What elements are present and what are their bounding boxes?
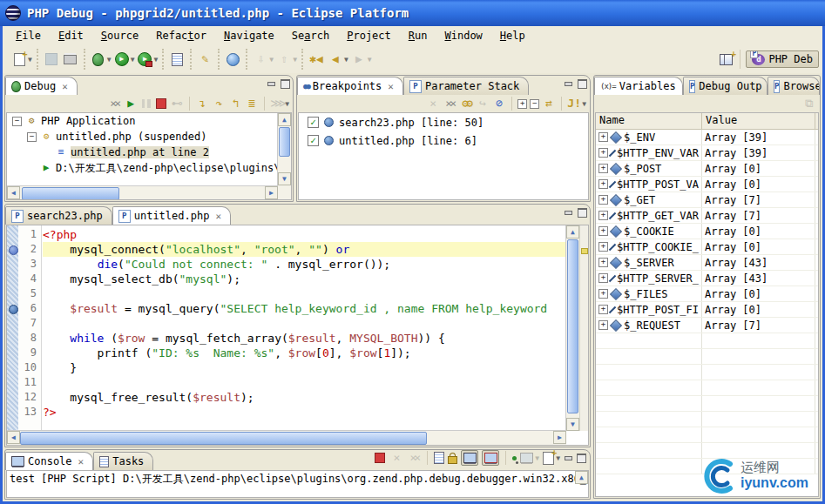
breakpoint-item[interactable]: ✓untitled.php [line: 6] <box>299 131 588 150</box>
debug-minimize-button[interactable] <box>267 79 276 88</box>
breakpoint-checkbox[interactable]: ✓ <box>308 117 319 128</box>
variable-expander-icon[interactable]: + <box>598 273 608 283</box>
tab-console[interactable]: Console ✕ <box>5 452 93 470</box>
code-line[interactable]: mysql_connect("localhost", "root", "") o… <box>43 242 566 257</box>
run-button[interactable]: ▶ <box>113 50 131 69</box>
last-edit-location-button[interactable]: ✱◀ <box>308 50 325 69</box>
open-browser-button[interactable] <box>224 50 241 69</box>
debug-vscroll-thumb[interactable] <box>279 127 290 157</box>
untitled-tab-close-icon[interactable]: ✕ <box>215 211 221 222</box>
title-bar[interactable]: PHP Debug - phpgrid2/untitled.php - Ecli… <box>0 0 825 26</box>
code-editor[interactable]: 12345678910111213 <?php mysql_connect("l… <box>6 225 589 446</box>
code-line[interactable]: mysql_select_db("mysql"); <box>43 272 566 286</box>
step-into-icon[interactable]: ↴ <box>195 97 209 111</box>
variable-expander-icon[interactable]: + <box>598 148 608 158</box>
menu-edit[interactable]: Edit <box>51 28 91 44</box>
variable-expander-icon[interactable]: + <box>598 164 608 173</box>
remove-all-launches-icon[interactable]: ×× <box>407 451 421 465</box>
editor-hscroll-thumb[interactable] <box>20 432 427 445</box>
remove-breakpoint-icon[interactable]: × <box>426 97 440 111</box>
variable-row[interactable]: +$_COOKIEArray [0] <box>596 224 818 239</box>
variable-row[interactable]: +$HTTP_SERVER_Array [43] <box>596 271 818 286</box>
variable-row[interactable]: +$HTTP_POST_VAArray [0] <box>596 177 818 192</box>
search-button[interactable]: ✎ <box>196 50 213 69</box>
pin-console-icon[interactable] <box>512 456 517 460</box>
variable-row[interactable]: +$_ENVArray [39] <box>596 130 818 145</box>
next-annotation-button[interactable]: ⇩ <box>252 50 269 69</box>
terminate-console-icon[interactable] <box>374 449 386 467</box>
suspend-icon[interactable] <box>140 94 152 113</box>
variable-expander-icon[interactable]: + <box>598 179 608 189</box>
editor-minimize-button[interactable] <box>564 208 573 217</box>
new-dropdown-arrow[interactable]: ▼ <box>28 56 32 64</box>
variable-expander-icon[interactable]: + <box>598 211 608 220</box>
display-console-icon[interactable] <box>520 453 533 463</box>
print-button[interactable] <box>62 50 79 69</box>
debug-horizontal-scrollbar[interactable]: ◀▶ <box>7 185 278 199</box>
column-value[interactable]: Value <box>702 113 815 129</box>
editor-maximize-button[interactable] <box>578 208 587 217</box>
tab-browser[interactable]: P Browser <box>768 77 820 95</box>
menu-file[interactable]: File <box>8 28 49 44</box>
resume-icon[interactable]: ▶ <box>124 97 138 111</box>
expand-all-icon[interactable]: + <box>517 99 527 109</box>
variable-expander-icon[interactable]: + <box>598 320 608 330</box>
editor-vscroll-thumb[interactable] <box>567 239 578 413</box>
variable-row[interactable]: +$HTTP_POST_FIArray [0] <box>596 302 818 318</box>
debug-maximize-button[interactable] <box>281 79 290 88</box>
console-tab-close-icon[interactable]: ✕ <box>78 456 85 467</box>
next-annotation-dropdown[interactable]: ▼ <box>269 56 274 64</box>
show-stderr-toggle[interactable] <box>482 450 499 466</box>
menu-search[interactable]: Search <box>284 28 337 44</box>
tree-expander-icon[interactable]: − <box>27 132 37 142</box>
tab-debug[interactable]: Debug ✕ <box>5 77 78 95</box>
collapse-all-icon[interactable]: − <box>530 99 539 109</box>
goto-file-icon[interactable]: ↪ <box>476 97 490 111</box>
external-tools-dropdown-arrow[interactable]: ▼ <box>153 56 158 64</box>
add-exception-breakpoint-icon[interactable]: J! <box>567 97 581 111</box>
scroll-left-arrow[interactable]: ◀ <box>7 431 20 444</box>
menu-help[interactable]: Help <box>492 28 533 44</box>
code-line[interactable]: while ($row = mysql_fetch_array($result,… <box>43 331 566 346</box>
breakpoints-tab-close-icon[interactable]: ✕ <box>388 81 394 92</box>
variable-expander-icon[interactable]: + <box>598 305 608 314</box>
console-minimize-button[interactable] <box>564 454 573 462</box>
open-perspective-button[interactable] <box>717 50 734 69</box>
debug-tree-item[interactable]: −⚙PHP Application <box>7 113 291 129</box>
tab-search23-php[interactable]: P search23.php <box>5 206 112 225</box>
tab-debug-output[interactable]: P Debug Outp <box>683 77 768 95</box>
scroll-lock-icon[interactable] <box>448 456 457 464</box>
code-line[interactable] <box>43 286 566 301</box>
code-line[interactable]: $result = mysql_query("SELECT help_keywo… <box>43 301 566 316</box>
breakpoints-maximize-button[interactable] <box>578 79 587 88</box>
scroll-up-arrow[interactable]: ▲ <box>566 225 579 239</box>
debug-hscroll-thumb[interactable] <box>22 187 119 200</box>
menu-navigate[interactable]: Navigate <box>216 28 282 44</box>
debug-dropdown-arrow[interactable]: ▼ <box>107 56 112 64</box>
code-line[interactable]: <?php <box>43 227 566 242</box>
display-console-dropdown[interactable]: ▼ <box>535 454 539 462</box>
variable-row[interactable]: +$_POSTArray [0] <box>596 161 818 177</box>
variable-row[interactable]: +$HTTP_GET_VARArray [7] <box>596 208 818 224</box>
variable-expander-icon[interactable]: + <box>598 289 608 299</box>
column-name[interactable]: Name <box>596 113 702 129</box>
menu-project[interactable]: Project <box>339 28 399 44</box>
scroll-down-arrow[interactable]: ▼ <box>278 172 291 185</box>
scroll-right-arrow[interactable]: ▶ <box>265 186 278 199</box>
back-dropdown[interactable]: ▼ <box>344 56 348 64</box>
tree-expander-icon[interactable]: − <box>12 117 22 126</box>
show-stdout-toggle[interactable] <box>461 450 478 466</box>
drop-to-frame-icon[interactable]: ≣ <box>245 97 259 111</box>
tab-untitled-php[interactable]: P untitled.php ✕ <box>112 206 231 225</box>
editor-vertical-scrollbar[interactable]: ▲ ▼ <box>565 225 580 431</box>
overview-annotation-mark[interactable] <box>581 248 588 254</box>
scroll-right-arrow[interactable]: ▶ <box>553 431 566 444</box>
tab-breakpoints[interactable]: ●● Breakpoints ✕ <box>297 77 403 95</box>
console-scroll-up-arrow[interactable]: ▲ <box>575 471 588 484</box>
scroll-left-arrow[interactable]: ◀ <box>7 186 20 199</box>
code-area[interactable]: <?php mysql_connect("localhost", "root",… <box>43 225 566 431</box>
save-button[interactable] <box>43 50 60 69</box>
step-filters-icon[interactable]: ⋙ <box>270 97 284 111</box>
scroll-down-arrow[interactable]: ▼ <box>566 418 579 431</box>
editor-marker-gutter[interactable] <box>7 225 19 431</box>
